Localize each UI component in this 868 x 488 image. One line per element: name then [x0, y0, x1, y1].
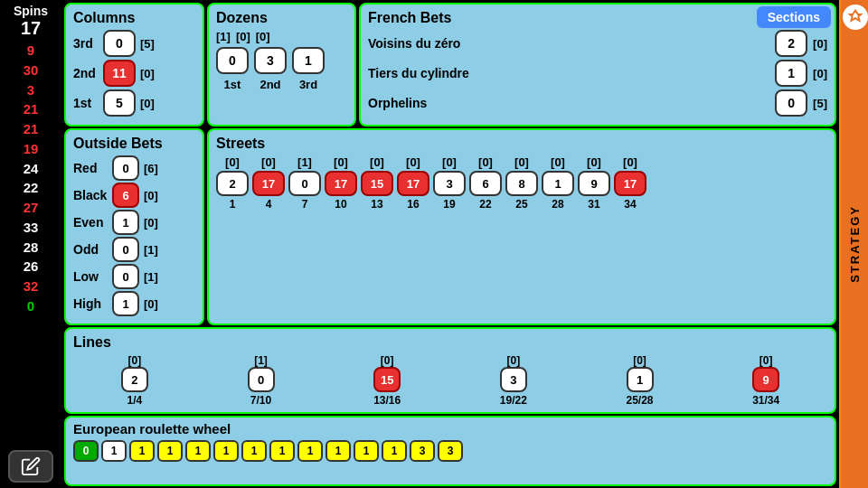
wheel-num-9[interactable]: 1 [326, 440, 351, 462]
wheel-numbers: 0 1 1 1 1 1 1 1 1 1 1 1 3 3 [73, 440, 827, 462]
ob-chip-odd[interactable]: 0 [112, 237, 139, 262]
st-lbl-2: 4 [252, 198, 285, 211]
col-label-1st: 1st [73, 96, 99, 110]
ob-row-red: Red 0 [6] [73, 155, 195, 181]
st-chip-3[interactable]: 0 [288, 171, 321, 196]
spins-panel: Spins 17 9 30 3 21 21 19 24 22 27 33 28 … [0, 0, 61, 488]
ln-chip-3[interactable]: 15 [373, 367, 401, 392]
st-lbl-3: 7 [288, 198, 321, 211]
st-chip-5[interactable]: 15 [361, 171, 393, 196]
ln-lbl-2: 7/10 [250, 394, 271, 407]
wheel-num-2[interactable]: 1 [129, 440, 155, 462]
wheel-num-8[interactable]: 1 [297, 440, 323, 462]
ob-row-black: Black 6 [0] [73, 183, 195, 208]
ob-chip-low[interactable]: 0 [112, 264, 139, 289]
strategy-sidebar[interactable]: STRATEGY [839, 0, 868, 488]
col-row-3rd: 3rd 0 [5] [73, 30, 195, 57]
wheel-num-3[interactable]: 1 [157, 440, 183, 462]
wheel-num-1[interactable]: 1 [101, 440, 127, 462]
wheel-num-7[interactable]: 1 [269, 440, 295, 462]
ln-chip-5[interactable]: 1 [627, 367, 654, 392]
st-chip-11[interactable]: 9 [578, 171, 610, 196]
ln-chip-1[interactable]: 2 [121, 367, 148, 392]
lines-col-3: [0] 15 13/16 [326, 354, 448, 407]
spin-item: 3 [0, 80, 61, 100]
wheel-num-12[interactable]: 3 [410, 440, 435, 462]
lines-col-1: [0] 2 1/4 [73, 354, 196, 407]
st-chip-9[interactable]: 8 [505, 171, 538, 196]
st-lbl-6: 16 [397, 198, 429, 211]
wheel-num-6[interactable]: 1 [241, 440, 267, 462]
ln-chip-4[interactable]: 3 [500, 367, 527, 392]
st-lbl-5: 13 [361, 198, 393, 211]
wheel-num-0[interactable]: 0 [73, 440, 99, 462]
st-chip-1[interactable]: 2 [216, 171, 249, 196]
french-bets-section: French Bets Sections Voisins du zéro 2 [… [359, 3, 836, 127]
ln-lbl-6: 31/34 [752, 394, 779, 407]
col-chip-3rd[interactable]: 0 [103, 30, 136, 57]
wheel-section: European roulette wheel 0 1 1 1 1 1 1 1 … [64, 416, 836, 486]
ob-row-even: Even 1 [0] [73, 210, 195, 235]
french-chip-tiers[interactable]: 1 [775, 60, 807, 87]
col-chip-2nd[interactable]: 11 [103, 60, 136, 87]
wheel-num-4[interactable]: 1 [185, 440, 211, 462]
lines-title: Lines [73, 334, 827, 351]
wheel-num-10[interactable]: 1 [354, 440, 379, 462]
ln-br-2: [1] [254, 354, 268, 367]
french-row-voisins: Voisins du zéro 2 [0] [368, 30, 827, 57]
ob-label-high: High [73, 296, 108, 311]
ob-bracket-high: [0] [144, 297, 158, 311]
wheel-num-5[interactable]: 1 [213, 440, 239, 462]
dz-lbl-2nd: 2nd [254, 78, 287, 91]
ob-chip-black[interactable]: 6 [112, 183, 139, 208]
streets-brackets-row: [0] [0] [1] [0] [0] [0] [0] [0] [0] [0] … [216, 155, 827, 169]
st-chip-10[interactable]: 1 [542, 171, 574, 196]
st-lbl-1: 1 [216, 198, 249, 211]
ob-bracket-low: [1] [144, 270, 158, 284]
spin-item: 21 [0, 119, 61, 139]
dz-chip-1[interactable]: 0 [216, 47, 249, 74]
ln-chip-6[interactable]: 9 [752, 367, 779, 392]
ob-bracket-even: [0] [144, 216, 158, 230]
st-chip-8[interactable]: 6 [469, 171, 502, 196]
edit-button[interactable] [8, 450, 53, 483]
lines-col-6: [0] 9 31/34 [704, 354, 827, 407]
st-br-3: [1] [288, 155, 321, 169]
st-chip-2[interactable]: 17 [252, 171, 285, 196]
col-bracket-1st: [0] [140, 97, 155, 110]
french-chip-orphelins[interactable]: 0 [775, 89, 807, 117]
st-chip-7[interactable]: 3 [433, 171, 466, 196]
french-chip-voisins[interactable]: 2 [775, 30, 807, 57]
ob-chip-high[interactable]: 1 [112, 291, 139, 316]
ob-chip-even[interactable]: 1 [112, 210, 139, 235]
ln-lbl-3: 13/16 [373, 394, 401, 407]
spins-label: Spins [14, 4, 48, 18]
ob-label-black: Black [73, 188, 108, 202]
wheel-num-11[interactable]: 1 [382, 440, 407, 462]
ob-label-low: Low [73, 269, 108, 284]
st-lbl-11: 31 [578, 198, 610, 211]
sections-button[interactable]: Sections [757, 6, 831, 28]
st-chip-12[interactable]: 17 [614, 171, 646, 196]
spin-item: 32 [0, 277, 61, 296]
wheel-num-13[interactable]: 3 [438, 440, 463, 462]
dz-chip-3[interactable]: 1 [292, 47, 325, 74]
col-chip-1st[interactable]: 5 [103, 89, 136, 117]
lines-col-2: [1] 0 7/10 [200, 354, 323, 407]
st-chip-6[interactable]: 17 [397, 171, 429, 196]
st-br-1: [0] [216, 155, 249, 169]
col-row-1st: 1st 5 [0] [73, 89, 195, 117]
dz-bracket-2: [0] [236, 30, 250, 43]
french-bracket-voisins: [0] [813, 37, 827, 51]
spin-item: 19 [0, 139, 61, 159]
ob-chip-red[interactable]: 0 [112, 155, 139, 181]
st-chip-4[interactable]: 17 [325, 171, 357, 196]
ln-br-5: [0] [633, 354, 646, 367]
ob-label-odd: Odd [73, 242, 108, 257]
dz-chip-2[interactable]: 3 [254, 47, 287, 74]
dozens-section: Dozens [1] [0] [0] 0 3 1 1st 2nd 3rd [207, 3, 356, 127]
lines-grid: [0] 2 1/4 [1] 0 7/10 [0] 15 13/16 [73, 354, 827, 407]
dozens-values-row: [1] [0] [0] [216, 30, 347, 43]
ln-chip-2[interactable]: 0 [248, 367, 275, 392]
ln-lbl-5: 25/28 [627, 394, 654, 407]
